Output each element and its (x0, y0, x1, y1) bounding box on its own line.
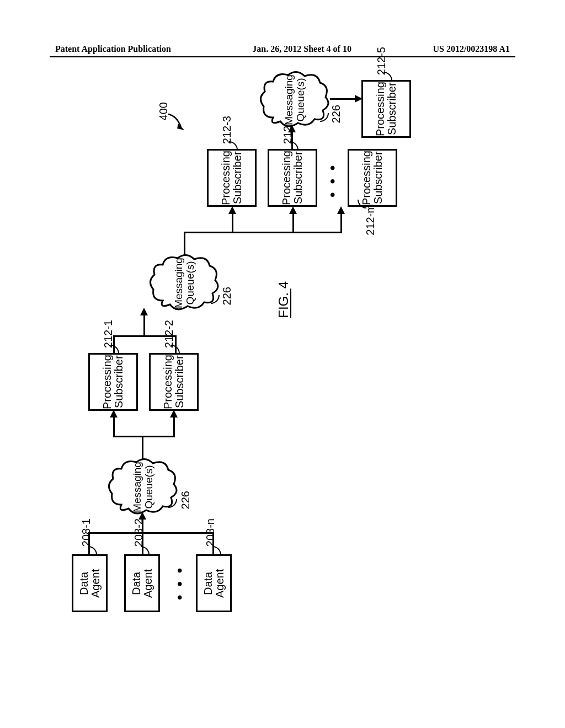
box-ps-5: Processing Subscriber (361, 80, 411, 138)
arrow (292, 213, 294, 233)
ref-226-b: 226 (221, 287, 233, 305)
label-processing-subscriber: Processing Subscriber (375, 82, 398, 136)
arrowhead-icon (228, 206, 236, 214)
ref-212-5: 212-5 (375, 47, 388, 75)
arrow (88, 534, 90, 554)
arrow (142, 436, 175, 437)
header-rule (50, 56, 515, 57)
arrow (113, 436, 143, 437)
leader-212-3 (229, 141, 238, 150)
label-data-agent: Data Agent (131, 569, 154, 597)
arrow (291, 131, 293, 149)
arrow (142, 518, 143, 554)
label-processing-subscriber: Processing Subscriber (162, 355, 185, 409)
box-ps-1: Processing Subscriber (88, 353, 138, 411)
arrow (184, 232, 233, 233)
label-processing-subscriber: Processing Subscriber (220, 151, 243, 205)
label-messaging-queue: Messaging Queue(s) (173, 258, 196, 308)
cloud-queue-2: Messaging Queue(s) (149, 254, 221, 312)
figure-400: 400 Data Agent 208-1 Data Agent 208-2 • … (55, 83, 408, 634)
leader-212-1 (110, 345, 119, 354)
arrow (113, 336, 115, 353)
box-data-agent-2: Data Agent (124, 554, 160, 612)
leader-212-m (358, 200, 366, 208)
header-left: Patent Application Publication (55, 44, 171, 54)
header-right: US 2012/0023198 A1 (433, 44, 510, 54)
label-data-agent: Data Agent (78, 569, 102, 597)
arrowhead-icon (337, 206, 345, 214)
ellipsis-ps-middle: • • • (324, 165, 341, 200)
arrow (232, 232, 342, 233)
box-ps-3: Processing Subscriber (207, 149, 257, 207)
label-processing-subscriber: Processing Subscriber (102, 355, 125, 409)
box-ps-m: Processing Subscriber (348, 149, 397, 207)
box-data-agent-n: Data Agent (196, 554, 232, 612)
leader-400 (166, 111, 188, 133)
ref-212-m: 212-m (364, 204, 377, 235)
arrow (330, 98, 356, 100)
arrow (184, 233, 185, 255)
arrow (88, 532, 143, 534)
label-messaging-queue: Messaging Queue(s) (284, 74, 307, 125)
arrowhead-icon (140, 308, 148, 315)
ref-212-2: 212-2 (163, 320, 175, 348)
ellipsis-data-agents: • • • (171, 568, 188, 602)
box-ps-4: Processing Subscriber (268, 149, 317, 207)
arrowhead-icon (110, 410, 118, 417)
label-data-agent: Data Agent (202, 569, 226, 597)
box-data-agent-1: Data Agent (72, 554, 108, 612)
label-messaging-queue: Messaging Queue(s) (132, 462, 155, 512)
label-processing-subscriber: Processing Subscriber (361, 151, 384, 205)
arrow (173, 416, 175, 437)
ref-226-c: 226 (330, 105, 343, 123)
arrow (142, 436, 143, 459)
header-center: Jan. 26, 2012 Sheet 4 of 10 (252, 44, 351, 54)
arrowhead-icon (289, 206, 297, 214)
ref-226-a: 226 (179, 491, 192, 509)
box-ps-2: Processing Subscriber (149, 353, 199, 411)
arrowhead-icon (170, 410, 178, 417)
arrow (340, 213, 342, 233)
arrow (175, 336, 177, 353)
arrow (143, 532, 214, 534)
arrow (212, 534, 214, 554)
figure-label: FIG. 4 (276, 281, 291, 318)
page-header: Patent Application Publication Jan. 26, … (0, 44, 565, 54)
leader-212-5 (383, 72, 392, 81)
label-processing-subscriber: Processing Subscriber (281, 151, 304, 205)
arrow (113, 416, 115, 437)
arrowhead-icon (355, 95, 363, 103)
arrow (232, 213, 233, 233)
ref-212-3: 212-3 (221, 116, 233, 144)
arrow (143, 314, 145, 337)
